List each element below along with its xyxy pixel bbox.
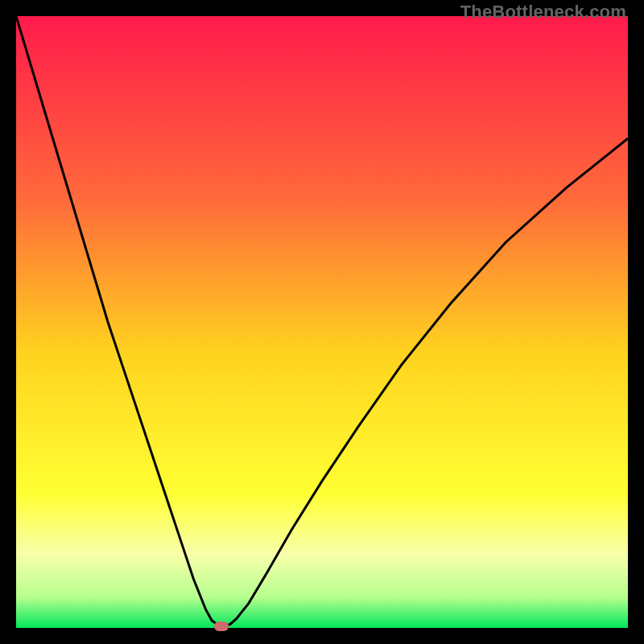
optimal-marker — [214, 621, 229, 631]
bottleneck-chart — [16, 16, 628, 628]
watermark-text: TheBottleneck.com — [460, 2, 626, 23]
chart-frame — [16, 16, 628, 628]
